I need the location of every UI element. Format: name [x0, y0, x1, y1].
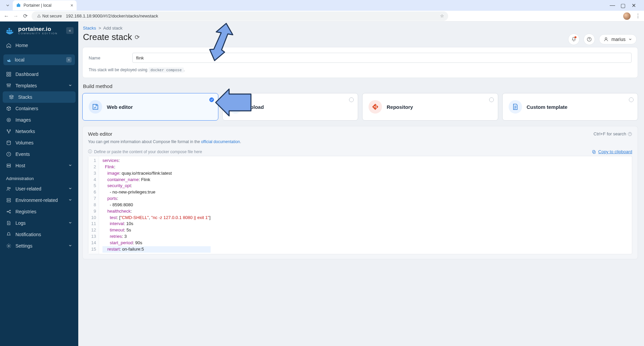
user-related-icon [6, 186, 11, 191]
sidebar-item-notifications[interactable]: Notifications [0, 229, 78, 240]
sidebar-item-volumes[interactable]: Volumes [0, 137, 78, 148]
sidebar-item-logs[interactable]: Logs [0, 217, 78, 229]
security-indicator[interactable]: Not secure [36, 13, 63, 19]
sidebar-item-label: Registries [15, 209, 36, 214]
svg-rect-17 [7, 164, 11, 165]
sidebar-item-home[interactable]: Home [0, 40, 78, 51]
method-card-repository[interactable]: Repository [362, 93, 498, 121]
page-title: Create stack [83, 32, 132, 42]
nav-forward-icon[interactable]: → [13, 13, 19, 19]
main-content: Stacks > Add stack Create stack ⟳ marius [78, 21, 644, 346]
refresh-icon[interactable]: ⟳ [135, 34, 140, 41]
window-maximize-icon[interactable]: ▢ [620, 2, 625, 9]
compose-editor[interactable]: 123456789101112131415 services: Flink: i… [88, 156, 632, 254]
radio-icon [489, 97, 494, 102]
svg-rect-5 [10, 30, 12, 32]
method-label: Web editor [107, 104, 133, 110]
environment-badge[interactable]: local × [3, 54, 75, 65]
name-panel: Name This stack will be deployed using d… [82, 47, 638, 78]
sidebar-item-containers[interactable]: Containers [0, 103, 78, 114]
bookmark-star-icon[interactable]: ☆ [440, 13, 444, 18]
notifications-button[interactable] [568, 34, 579, 45]
sidebar-item-environment-related[interactable]: Environment-related [0, 194, 78, 206]
radio-icon [349, 97, 354, 102]
window-close-icon[interactable]: ✕ [631, 2, 636, 9]
editor-title: Web editor [88, 131, 112, 137]
stack-name-input[interactable] [132, 53, 632, 63]
help-button[interactable] [584, 34, 595, 45]
environment-related-icon [6, 198, 11, 203]
line-gutter: 123456789101112131415 [88, 156, 99, 254]
svg-rect-3 [8, 30, 10, 32]
sidebar: portainer.io COMMUNITY EDITION « Home lo… [0, 21, 78, 346]
svg-point-28 [605, 38, 607, 39]
sidebar-item-networks[interactable]: Networks [0, 126, 78, 137]
sidebar-item-label: Settings [15, 243, 33, 249]
browser-chrome: Portainer | local × — ▢ ✕ ← → ⟳ Not secu… [0, 0, 644, 21]
copy-to-clipboard-button[interactable]: Copy to clipboard [592, 149, 632, 154]
method-label: Upload [247, 104, 264, 110]
logs-icon [6, 220, 11, 226]
svg-point-13 [10, 130, 11, 131]
sidebar-item-settings[interactable]: Settings [0, 240, 78, 252]
volumes-icon [6, 140, 11, 145]
sidebar-item-host[interactable]: Host [0, 160, 78, 171]
dashboard-icon [6, 72, 11, 77]
chevron-down-icon [68, 163, 72, 168]
url-bar[interactable]: Not secure 192.168.1.18:9000/#!/2/docker… [32, 11, 448, 21]
window-minimize-icon[interactable]: — [610, 2, 614, 9]
sidebar-collapse-button[interactable]: « [66, 27, 74, 34]
svg-point-19 [7, 187, 9, 188]
radio-icon [209, 97, 214, 102]
method-card-upload[interactable]: Upload [222, 93, 358, 121]
breadcrumb-root[interactable]: Stacks [83, 26, 96, 31]
environment-name: local [15, 57, 25, 62]
svg-rect-22 [7, 201, 11, 202]
tabs-dropdown-icon[interactable] [5, 2, 11, 8]
sidebar-item-stacks[interactable]: Stacks [3, 91, 76, 103]
sidebar-item-templates[interactable]: Templates [0, 80, 78, 91]
svg-rect-34 [593, 150, 595, 153]
sidebar-item-label: User-related [15, 186, 41, 191]
svg-point-26 [8, 245, 9, 247]
sidebar-item-events[interactable]: Events [0, 148, 78, 160]
sidebar-item-registries[interactable]: Registries [0, 206, 78, 217]
settings-icon [6, 243, 11, 249]
nav-back-icon[interactable]: ← [3, 13, 9, 19]
sidebar-item-label: Containers [15, 106, 38, 111]
method-card-custom-template[interactable]: Custom template [502, 93, 638, 121]
logo-text: portainer.io [18, 26, 58, 32]
code-body[interactable]: services: Flink: image: quay.io/rtraceio… [99, 156, 214, 254]
docs-link[interactable]: official documentation [201, 139, 240, 144]
svg-rect-4 [8, 28, 10, 30]
sidebar-item-label: Stacks [18, 94, 32, 100]
breadcrumb: Stacks > Add stack [83, 26, 638, 31]
sidebar-item-label: Logs [15, 220, 26, 226]
profile-avatar-icon[interactable] [623, 12, 631, 20]
home-icon [6, 43, 11, 48]
portainer-logo-icon [5, 26, 15, 36]
sidebar-item-user-related[interactable]: User-related [0, 183, 78, 194]
user-menu[interactable]: marius [599, 34, 637, 44]
notifications-icon [6, 232, 11, 237]
svg-point-15 [7, 141, 11, 142]
sidebar-item-images[interactable]: Images [0, 114, 78, 126]
sidebar-section-admin: Administration [0, 171, 78, 183]
reload-icon[interactable]: ⟳ [22, 13, 28, 19]
networks-icon [6, 129, 11, 134]
logo-edition: COMMUNITY EDITION [18, 32, 58, 35]
environment-close-icon[interactable]: × [66, 57, 72, 62]
sidebar-item-dashboard[interactable]: Dashboard [0, 69, 78, 80]
svg-rect-9 [9, 75, 11, 76]
method-card-web-editor[interactable]: Web editor [82, 93, 218, 121]
sidebar-item-label: Volumes [15, 140, 34, 145]
deploy-note: This stack will be deployed using docker… [89, 68, 632, 72]
chevron-down-icon [68, 198, 72, 203]
url-text: 192.168.1.18:9000/#!/2/docker/stacks/new… [66, 13, 158, 18]
docker-icon [7, 57, 12, 62]
sidebar-item-label: Events [15, 152, 30, 157]
build-method-heading: Build method [83, 83, 637, 89]
browser-tab[interactable]: Portainer | local × [13, 0, 77, 10]
browser-menu-icon[interactable]: ⋮ [635, 13, 641, 19]
tab-close-icon[interactable]: × [71, 3, 73, 8]
